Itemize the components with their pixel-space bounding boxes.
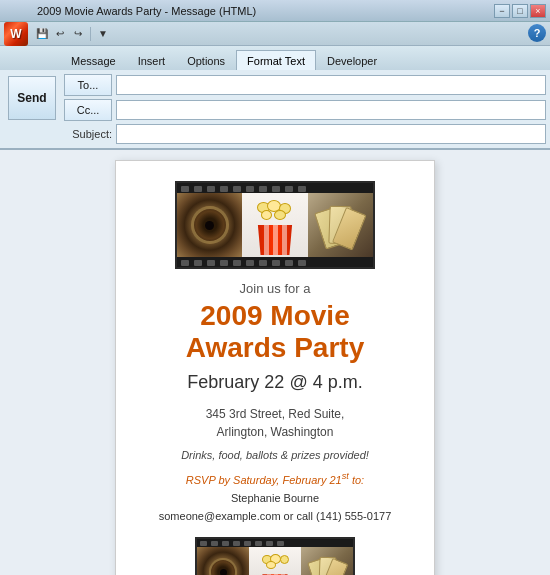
film-hole <box>277 541 284 546</box>
tab-format-text[interactable]: Format Text <box>236 50 316 70</box>
cc-button[interactable]: Cc... <box>64 99 112 121</box>
to-row: To... <box>64 74 546 96</box>
popcorn-panel <box>242 193 307 257</box>
film-hole <box>233 186 241 192</box>
tab-options[interactable]: Options <box>176 50 236 70</box>
popcorn-ball <box>274 210 286 220</box>
reel-circle <box>191 206 229 244</box>
film-hole <box>194 260 202 266</box>
film-hole <box>244 541 251 546</box>
cc-input[interactable] <box>116 100 546 120</box>
cup-stripe <box>264 225 269 255</box>
film-hole <box>266 541 273 546</box>
subject-row: Subject: <box>64 124 546 144</box>
popcorn-top <box>256 200 294 222</box>
send-area: Send <box>8 76 56 120</box>
popcorn-ball <box>261 210 272 220</box>
tab-developer[interactable]: Developer <box>316 50 388 70</box>
film-hole <box>272 260 280 266</box>
popcorn-ball-sm <box>266 561 276 569</box>
tab-message[interactable]: Message <box>60 50 127 70</box>
film-hole <box>285 186 293 192</box>
send-button[interactable]: Send <box>8 76 56 120</box>
email-body: Join us for a 2009 Movie Awards Party Fe… <box>0 150 550 575</box>
film-hole <box>259 186 267 192</box>
invite-rsvp: RSVP by Saturday, February 21st to: <box>146 471 404 486</box>
bottom-film-panels <box>197 547 353 575</box>
film-hole <box>200 541 207 546</box>
minimize-button[interactable]: − <box>494 4 510 18</box>
film-hole <box>207 260 215 266</box>
cc-row: Cc... <box>64 99 546 121</box>
film-hole <box>246 186 254 192</box>
title-bar: 2009 Movie Awards Party - Message (HTML)… <box>0 0 550 22</box>
compose-container: Send To... Cc... Subject: <box>0 70 550 150</box>
cup-body <box>256 225 294 255</box>
office-button[interactable]: W <box>4 22 28 46</box>
tab-insert[interactable]: Insert <box>127 50 177 70</box>
film-panels <box>177 193 373 257</box>
customize-dropdown[interactable]: ▼ <box>95 26 111 42</box>
email-card: Join us for a 2009 Movie Awards Party Fe… <box>115 160 435 575</box>
tickets-panel <box>308 193 373 257</box>
undo-button[interactable]: ↩ <box>52 26 68 42</box>
ribbon-tabs: Message Insert Options Format Text Devel… <box>0 46 550 70</box>
film-hole <box>255 541 262 546</box>
film-hole <box>220 186 228 192</box>
bottom-reel-circle <box>209 558 237 575</box>
help-button[interactable]: ? <box>528 24 546 42</box>
invite-address: 345 3rd Street, Red Suite, Arlington, Wa… <box>146 405 404 441</box>
maximize-button[interactable]: □ <box>512 4 528 18</box>
title-bar-controls[interactable]: − □ × <box>494 4 546 18</box>
film-hole <box>246 260 254 266</box>
quick-access-toolbar: W 💾 ↩ ↪ ▼ ? <box>0 22 550 46</box>
office-logo: W <box>10 27 21 41</box>
film-hole <box>298 260 306 266</box>
popcorn-ball-sm <box>280 555 289 564</box>
film-hole <box>181 186 189 192</box>
top-collage <box>175 181 375 269</box>
invite-amenities: Drinks, food, ballots & prizes provided! <box>146 449 404 461</box>
bottom-reel-panel <box>197 547 249 575</box>
cup-stripe <box>273 225 278 255</box>
bottom-tickets-panel <box>301 547 353 575</box>
film-hole <box>207 186 215 192</box>
bottom-popcorn-top <box>261 554 289 570</box>
toolbar-separator <box>90 27 91 41</box>
invite-subtitle: Join us for a <box>146 281 404 296</box>
film-hole <box>181 260 189 266</box>
film-hole <box>298 186 306 192</box>
subject-input[interactable] <box>116 124 546 144</box>
invite-date: February 22 @ 4 p.m. <box>146 372 404 393</box>
bottom-film-holes-top <box>197 539 353 547</box>
title-bar-title: 2009 Movie Awards Party - Message (HTML) <box>37 5 256 17</box>
film-hole <box>259 260 267 266</box>
bottom-collage <box>195 537 355 575</box>
bottom-popcorn-panel <box>249 547 301 575</box>
film-hole <box>211 541 218 546</box>
to-button[interactable]: To... <box>64 74 112 96</box>
invite-title: 2009 Movie Awards Party <box>146 300 404 364</box>
film-hole <box>220 260 228 266</box>
invite-contact: Stephanie Bourne someone@example.com or … <box>146 490 404 525</box>
film-hole <box>222 541 229 546</box>
close-button[interactable]: × <box>530 4 546 18</box>
film-hole <box>233 260 241 266</box>
bottom-reel-hub <box>220 569 227 575</box>
film-hole <box>272 186 280 192</box>
film-holes-top <box>177 183 373 193</box>
to-input[interactable] <box>116 75 546 95</box>
film-hole <box>285 260 293 266</box>
reel-panel <box>177 193 242 257</box>
redo-button[interactable]: ↪ <box>70 26 86 42</box>
title-bar-left: 2009 Movie Awards Party - Message (HTML) <box>4 5 256 17</box>
popcorn-cup-container <box>256 200 294 255</box>
film-hole <box>233 541 240 546</box>
save-quick-button[interactable]: 💾 <box>34 26 50 42</box>
reel-hub <box>205 221 214 230</box>
bottom-cup-container <box>261 554 289 575</box>
film-holes-bottom <box>177 257 373 267</box>
cup-stripe <box>282 225 287 255</box>
film-hole <box>194 186 202 192</box>
subject-label: Subject: <box>64 128 112 140</box>
